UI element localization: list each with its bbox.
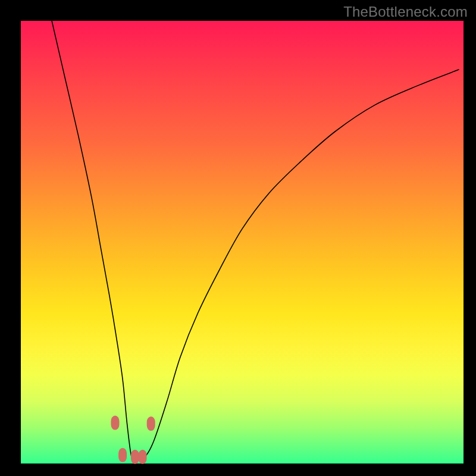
chart-svg (21, 21, 464, 464)
curve-marker (111, 416, 119, 430)
bottleneck-curve (52, 21, 459, 460)
watermark-text: TheBottleneck.com (343, 4, 468, 20)
marker-group (111, 416, 155, 464)
curve-marker (118, 448, 127, 462)
chart-frame: TheBottleneck.com (0, 0, 476, 476)
curve-marker (131, 450, 139, 464)
curve-marker (139, 450, 147, 464)
curve-marker (147, 416, 155, 431)
plot-area (21, 21, 464, 464)
